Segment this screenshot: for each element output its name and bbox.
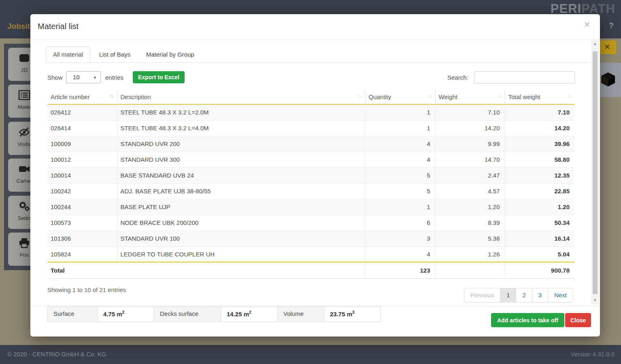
- cell-total-weight: 39.96: [505, 136, 574, 152]
- table-row[interactable]: 100573NODE BRACE UBK 200/20068.3950.34: [47, 215, 574, 231]
- sort-icon[interactable]: ↑↓: [567, 93, 571, 99]
- cell-article-number: 100244: [47, 199, 117, 215]
- cell-article-number: 100014: [47, 167, 117, 183]
- tab-list-of-bays[interactable]: List of Bays: [92, 47, 138, 62]
- export-to-excel-button[interactable]: Export to Excel: [133, 71, 185, 83]
- table-row[interactable]: 100244BASE PLATE UJP11.201.20: [47, 199, 574, 215]
- cell-weight: 1.26: [435, 246, 505, 262]
- tab-bar: All material List of Bays Material by Gr…: [46, 46, 590, 63]
- table-row[interactable]: 100009STANDARD UVR 20049.9939.96: [47, 136, 574, 152]
- cell-total-weight: 58.80: [505, 152, 574, 167]
- table-row[interactable]: 105824LEDGER TO TUBE COUPLER UH41.265.04: [47, 246, 574, 262]
- cell-total-weight: 22.85: [505, 183, 574, 199]
- entries-label: entries: [105, 74, 123, 81]
- cell-total-weight: 12.35: [505, 167, 574, 183]
- modal-footer-divider: [30, 306, 600, 306]
- cell-quantity: 3: [365, 231, 435, 246]
- cell-quantity: 5: [365, 183, 435, 199]
- search-label: Search:: [447, 74, 468, 81]
- material-table: Article number ↑↓ Description ↑↓ Quantit…: [47, 90, 574, 279]
- cell-quantity: 1: [365, 120, 435, 136]
- brand-peri: PERI: [551, 2, 581, 16]
- summary-value: 14.25 m2: [221, 307, 278, 322]
- table-row[interactable]: 100014BASE STANDARD UVB 2452.4712.35: [47, 167, 574, 183]
- cell-description: NODE BRACE UBK 200/200: [117, 215, 365, 231]
- cell-weight: 9.99: [435, 136, 505, 152]
- cell-weight: 14.70: [435, 152, 505, 167]
- table-row[interactable]: 026414STEEL TUBE 48.3 X 3.2 L=4.0M114.20…: [47, 120, 574, 136]
- table-row[interactable]: 101306STANDARD UVR 10035.3816.14: [47, 231, 574, 246]
- cell-total-weight: 16.14: [505, 231, 574, 246]
- cell-quantity: 4: [365, 246, 435, 262]
- sort-icon[interactable]: ↑↓: [428, 93, 432, 99]
- pagination: Previous123Next: [464, 288, 573, 303]
- pagination-page-2[interactable]: 2: [516, 288, 532, 302]
- total-label: Total: [47, 262, 365, 278]
- sort-icon[interactable]: ↑↓: [498, 93, 502, 99]
- scrollbar-thumb[interactable]: [593, 51, 598, 294]
- help-icon[interactable]: ?: [609, 21, 614, 30]
- modal-close-icon[interactable]: ×: [584, 19, 590, 30]
- page-size-value: 10: [73, 74, 80, 80]
- table-row[interactable]: 100242ADJ. BASE PLATE UJB 38-80/5554.572…: [47, 183, 574, 199]
- pagination-next[interactable]: Next: [548, 288, 573, 302]
- app-root: PERIPATH Jobsit ? 2DMaterVisibilCamerSet…: [0, 0, 621, 364]
- cell-description: STEEL TUBE 48.3 X 3.2 L=4.0M: [117, 120, 365, 136]
- total-weight-empty: [435, 262, 505, 278]
- cell-description: STANDARD UVR 100: [117, 231, 365, 246]
- column-header-quantity[interactable]: Quantity ↑↓: [365, 90, 435, 104]
- cell-article-number: 026412: [47, 104, 117, 120]
- summary-label: Surface: [48, 307, 98, 322]
- tab-material-by-group[interactable]: Material by Group: [139, 47, 201, 62]
- cell-article-number: 105824: [47, 246, 117, 262]
- cell-quantity: 4: [365, 152, 435, 167]
- cell-article-number: 026414: [47, 120, 117, 136]
- modal-header-divider: [30, 39, 600, 40]
- cell-description: STANDARD UVR 200: [117, 136, 365, 152]
- cell-weight: 8.39: [435, 215, 505, 231]
- cell-description: LEDGER TO TUBE COUPLER UH: [117, 246, 365, 262]
- cell-description: STANDARD UVR 300: [117, 152, 365, 167]
- sort-icon[interactable]: ↑↓: [358, 93, 362, 99]
- total-weight: 900.78: [505, 262, 574, 278]
- scrollbar-down-icon[interactable]: ▼: [592, 297, 598, 304]
- cell-article-number: 100012: [47, 152, 117, 167]
- table-row[interactable]: 026412STEEL TUBE 48.3 X 3.2 L=2.0M17.107…: [47, 104, 574, 120]
- page-size-select[interactable]: 10 ▼: [66, 71, 101, 83]
- modal-scrollbar[interactable]: ▲ ▼: [591, 40, 599, 304]
- table-header-row: Article number ↑↓ Description ↑↓ Quantit…: [47, 90, 574, 104]
- column-header-description[interactable]: Description ↑↓: [117, 90, 365, 104]
- viewport-close-button[interactable]: ×: [598, 40, 616, 54]
- column-header-article-number[interactable]: Article number ↑↓: [47, 90, 117, 104]
- modal-title: Material list: [38, 22, 79, 31]
- cell-weight: 1.20: [435, 199, 505, 215]
- summary-label: Volume: [278, 307, 324, 322]
- cell-weight: 14.20: [435, 120, 505, 136]
- tab-all-material[interactable]: All material: [46, 47, 90, 62]
- scrollbar-up-icon[interactable]: ▲: [592, 41, 598, 47]
- jobsite-label: Jobsit: [7, 22, 30, 31]
- cell-article-number: 100009: [47, 136, 117, 152]
- summary-table: Surface4.75 m2Decks surface14.25 m2Volum…: [47, 307, 381, 322]
- add-articles-button[interactable]: Add articles to take off: [491, 313, 564, 327]
- column-header-weight[interactable]: Weight ↑↓: [435, 90, 505, 104]
- table-row[interactable]: 100012STANDARD UVR 300414.7058.80: [47, 152, 574, 167]
- pagination-page-3[interactable]: 3: [532, 288, 548, 302]
- pagination-page-1[interactable]: 1: [500, 288, 516, 302]
- cell-quantity: 5: [365, 167, 435, 183]
- cell-total-weight: 14.20: [505, 120, 574, 136]
- pagination-previous[interactable]: Previous: [464, 288, 500, 302]
- close-button[interactable]: Close: [565, 313, 591, 327]
- 3d-cube-icon: [600, 71, 617, 89]
- material-table-body: 026412STEEL TUBE 48.3 X 3.2 L=2.0M17.107…: [47, 104, 574, 262]
- sort-icon[interactable]: ↑↓: [110, 93, 114, 99]
- search-input[interactable]: [474, 71, 575, 84]
- cell-total-weight: 50.34: [505, 215, 574, 231]
- app-footer: © 2020 - CENTRIO GmbH & Co. KG Version 4…: [0, 345, 621, 364]
- column-header-total-weight[interactable]: Total weight ↑↓: [505, 90, 574, 104]
- cell-total-weight: 5.04: [505, 246, 574, 262]
- summary-value: 4.75 m2: [98, 307, 154, 322]
- chevron-down-icon: ▼: [93, 76, 97, 80]
- show-label: Show: [47, 74, 63, 81]
- summary-value: 23.75 m3: [324, 307, 381, 322]
